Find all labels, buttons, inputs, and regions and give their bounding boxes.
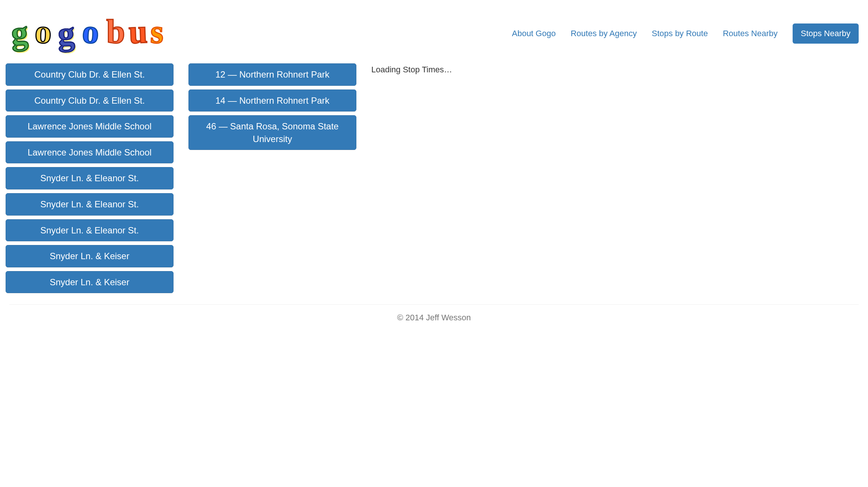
stop-button[interactable]: Country Club Dr. & Ellen St. — [6, 63, 174, 86]
logo-svg: g g g o g g g o b u s — [9, 11, 174, 56]
route-button[interactable]: 14 — Northern Rohnert Park — [188, 89, 356, 112]
svg-text:u: u — [128, 13, 148, 50]
stop-button[interactable]: Lawrence Jones Middle School — [6, 141, 174, 164]
nav-stops-nearby[interactable]: Stops Nearby — [793, 23, 859, 44]
nav-routes-by-agency[interactable]: Routes by Agency — [571, 29, 637, 38]
svg-text:o: o — [81, 13, 100, 50]
stop-button[interactable]: Country Club Dr. & Ellen St. — [6, 89, 174, 112]
svg-text:g: g — [10, 14, 29, 51]
route-button[interactable]: 46 — Santa Rosa, Sonoma State University — [188, 115, 356, 150]
svg-text:b: b — [106, 13, 125, 50]
svg-text:s: s — [150, 13, 164, 50]
svg-text:o: o — [34, 13, 52, 50]
routes-column: 12 — Northern Rohnert Park 14 — Northern… — [188, 63, 356, 293]
stop-button[interactable]: Snyder Ln. & Eleanor St. — [6, 193, 174, 216]
nav-routes-nearby[interactable]: Routes Nearby — [723, 29, 778, 38]
nav-stops-by-route[interactable]: Stops by Route — [652, 29, 708, 38]
stop-button[interactable]: Lawrence Jones Middle School — [6, 115, 174, 138]
svg-text:g: g — [57, 15, 75, 52]
nav-about[interactable]: About Gogo — [512, 29, 556, 38]
main-nav: About Gogo Routes by Agency Stops by Rou… — [512, 23, 859, 44]
stop-button[interactable]: Snyder Ln. & Eleanor St. — [6, 219, 174, 242]
copyright-text: © 2014 Jeff Wesson — [397, 313, 471, 322]
footer: © 2014 Jeff Wesson — [6, 305, 862, 331]
main-content: Country Club Dr. & Ellen St. Country Clu… — [6, 63, 862, 304]
stop-times-column: Loading Stop Times… — [371, 63, 862, 293]
stop-button[interactable]: Snyder Ln. & Keiser — [6, 271, 174, 293]
stops-column: Country Club Dr. & Ellen St. Country Clu… — [6, 63, 174, 293]
stop-button[interactable]: Snyder Ln. & Keiser — [6, 245, 174, 267]
loading-text: Loading Stop Times… — [371, 65, 862, 75]
header: g g g o g g g o b u s — [6, 0, 862, 63]
route-button[interactable]: 12 — Northern Rohnert Park — [188, 63, 356, 86]
logo[interactable]: g g g o g g g o b u s — [9, 11, 174, 56]
stop-button[interactable]: Snyder Ln. & Eleanor St. — [6, 167, 174, 189]
